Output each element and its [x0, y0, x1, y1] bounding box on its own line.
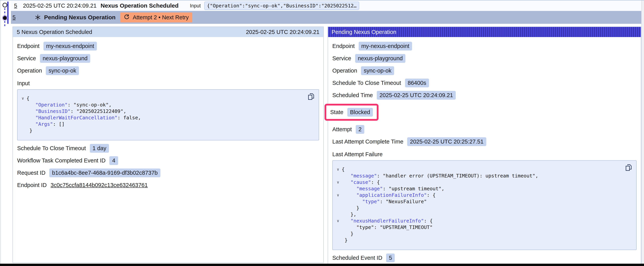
json-key: "Operation" — [35, 102, 68, 108]
json-line: ∨ "nexusHandlerFailureInfo": { — [334, 218, 622, 224]
json-value-text: : { — [371, 179, 380, 185]
collapse-chevron-icon[interactable]: ∨ — [334, 179, 342, 185]
event-detail-fields-top: Endpointmy-nexus-endpointServicenexus-pl… — [17, 42, 319, 75]
event-detail-panel: 5 Nexus Operation Scheduled 2025-02-25 U… — [12, 27, 324, 263]
field-value-badge: sync-op-ok — [46, 66, 79, 75]
chevron-spacer — [19, 121, 26, 127]
pending-event-id-link[interactable]: 5 — [12, 14, 16, 21]
json-key: "Args" — [35, 121, 53, 127]
retry-icon — [124, 15, 130, 20]
field-row: Servicenexus-playground — [17, 54, 319, 63]
field-label: Schedule To Close Timeout — [17, 145, 86, 152]
json-line: } — [334, 205, 622, 211]
event-detail-header: 5 Nexus Operation Scheduled 2025-02-25 U… — [13, 27, 323, 37]
timeline-event-circle-icon[interactable] — [2, 3, 7, 8]
field-label: Operation — [17, 68, 42, 74]
input-section-label: Input — [17, 80, 319, 87]
event-detail-fields-bottom: Schedule To Close Timeout1 dayWorkflow T… — [17, 144, 319, 190]
json-value-text: : { — [427, 192, 436, 198]
field-label: Endpoint — [17, 43, 40, 49]
failure-json-viewer: ∨{ "message": "handler error (UPSTREAM_T… — [332, 160, 636, 250]
event-input-label: Input — [190, 3, 201, 9]
json-line: "HandlerWaitForCancellation": false, — [19, 114, 305, 121]
field-label: Operation — [332, 68, 357, 74]
json-line: } — [19, 127, 305, 134]
field-row: Schedule To Close Timeout86400s — [332, 78, 636, 87]
field-value-badge: b1c6a4bc-8ee7-468a-9169-df3b02c8737b — [49, 168, 160, 177]
event-row-pending-nexus-operation[interactable]: 5 Pending Nexus Operation Attempt 2 • Ne… — [11, 11, 641, 24]
state-label: State — [330, 109, 344, 115]
left-divider — [0, 1, 1, 266]
field-row: Endpoint ID3c0c75ccfa8144b092c13ce632463… — [17, 181, 319, 190]
scheduled-event-id-row: Scheduled Event ID 5 — [332, 253, 636, 262]
failure-section-label: Last Attempt Failure — [332, 151, 636, 158]
field-label: Endpoint ID — [17, 182, 47, 188]
json-line: "BusinessID": "20250225122409", — [19, 108, 305, 114]
collapse-chevron-icon[interactable]: ∨ — [334, 218, 342, 224]
field-row: Operationsync-op-ok — [17, 66, 319, 75]
field-row: Endpointmy-nexus-endpoint — [332, 42, 636, 51]
input-json-lines: ∨{ "Operation": "sync-op-ok", "BusinessI… — [19, 95, 305, 134]
json-value-text: } — [350, 230, 354, 237]
field-label: Workflow Task Completed Event ID — [17, 157, 106, 164]
json-line: "type": "NexusFailure" — [334, 198, 622, 205]
pending-fields-top: Endpointmy-nexus-endpointServicenexus-pl… — [332, 42, 636, 100]
copy-icon[interactable] — [625, 164, 632, 171]
retry-status-badge: Attempt 2 • Next Retry — [120, 13, 192, 23]
json-key: "applicationFailureInfo" — [356, 192, 427, 198]
json-line: } — [334, 230, 622, 237]
chevron-spacer — [334, 205, 342, 211]
field-label: Request ID — [17, 170, 46, 176]
chevron-spacer — [19, 114, 26, 121]
json-value-text: "type": "UPSTREAM_TIMEOUT" — [356, 224, 432, 230]
state-value-badge: Blocked — [347, 108, 373, 117]
field-value-badge: my-nexus-endpoint — [44, 42, 97, 51]
json-line: ∨ "applicationFailureInfo": { — [334, 192, 622, 198]
copy-icon[interactable] — [308, 93, 314, 100]
failure-json-lines: ∨{ "message": "handler error (UPSTREAM_T… — [334, 166, 622, 243]
timeline-dashed-connector — [4, 21, 5, 26]
json-key: "message" — [356, 185, 382, 192]
json-value-text: : "sync-op-ok", — [68, 102, 112, 108]
json-line: }, — [334, 211, 622, 218]
json-line: ∨ "cause": { — [334, 179, 622, 185]
field-label: Endpoint — [332, 43, 355, 49]
timeline-selection-bar — [7, 2, 8, 24]
field-value-badge: 4 — [109, 156, 118, 165]
field-row: Workflow Task Completed Event ID4 — [17, 156, 319, 165]
event-input-preview-chip[interactable]: {"Operation":"sync-op-ok","BusinessID":"… — [204, 2, 360, 10]
field-value-badge: 2025-02-25 UTC 20:24:09.21 — [377, 91, 456, 100]
field-value-badge: nexus-playground — [40, 54, 90, 63]
json-line: ∨{ — [334, 166, 622, 173]
json-value-text: : "NexusFailure" — [380, 198, 427, 205]
timeline-pending-dot-icon[interactable] — [2, 15, 8, 21]
bottom-divider-bar — [0, 264, 644, 266]
field-label: Last Attempt Complete Time — [332, 138, 403, 145]
chevron-spacer — [334, 224, 342, 230]
json-value-text: } — [356, 205, 359, 211]
field-value-link[interactable]: 3c0c75ccfa8144b092c13ce632463761 — [51, 182, 148, 188]
event-row-nexus-operation-scheduled[interactable]: 5 2025-02-25 UTC 20:24:09.21 Nexus Opera… — [11, 1, 641, 11]
field-row: Schedule To Close Timeout1 day — [17, 144, 319, 153]
field-row: Attempt2 — [332, 125, 636, 134]
json-value-text: : "20250225122409", — [70, 108, 126, 114]
pending-operation-panel: Pending Nexus Operation Endpointmy-nexus… — [328, 27, 641, 266]
pending-event-title: Pending Nexus Operation — [44, 14, 116, 21]
event-detail-timestamp: 2025-02-25 UTC 20:24:09.21 — [246, 29, 320, 35]
asterisk-icon — [35, 14, 41, 21]
collapse-chevron-icon[interactable]: ∨ — [19, 95, 26, 102]
collapse-chevron-icon[interactable]: ∨ — [334, 192, 342, 198]
chevron-spacer — [334, 173, 342, 179]
json-line: "type": "UPSTREAM_TIMEOUT" — [334, 224, 622, 230]
json-value-text: : { — [424, 218, 432, 224]
field-value-badge: my-nexus-endpoint — [359, 42, 412, 51]
collapse-chevron-icon[interactable]: ∨ — [334, 166, 342, 173]
field-value-badge: 86400s — [405, 79, 429, 87]
pending-operation-title: Pending Nexus Operation — [332, 29, 396, 35]
event-timeline — [0, 1, 11, 26]
scrollbar-track[interactable] — [641, 1, 644, 266]
chevron-spacer — [19, 127, 26, 134]
field-label: Scheduled Time — [332, 92, 373, 99]
event-id-link[interactable]: 5 — [14, 3, 23, 9]
field-row: Scheduled Time2025-02-25 UTC 20:24:09.21 — [332, 91, 636, 100]
